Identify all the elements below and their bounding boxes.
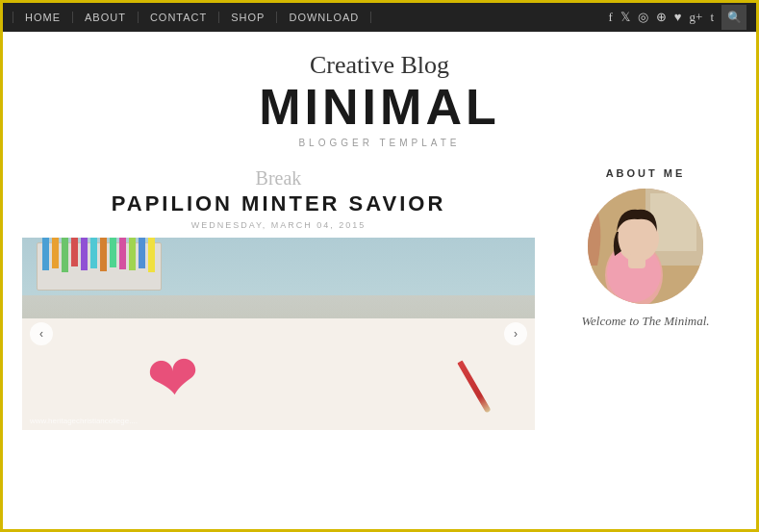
heart-icon[interactable]: ♥ bbox=[674, 10, 682, 25]
nav-download[interactable]: DOWNLOAD bbox=[277, 12, 371, 23]
blog-column: Break PAPILION MINTER SAVIOR WEDNESDAY, … bbox=[22, 167, 535, 430]
heart-art: ❤ bbox=[144, 346, 201, 413]
search-button[interactable]: 🔍 bbox=[721, 5, 746, 30]
site-header: Creative Blog MINIMAL BLOGGER TEMPLATE bbox=[3, 32, 756, 158]
post-break-label: Break bbox=[22, 167, 535, 190]
sidebar: ABOUT ME bbox=[554, 167, 737, 430]
googleplus-icon[interactable]: g+ bbox=[690, 10, 703, 25]
site-title: MINIMAL bbox=[3, 82, 756, 132]
nav-shop[interactable]: SHOP bbox=[219, 12, 277, 23]
nav-links: HOME ABOUT CONTACT SHOP DOWNLOAD bbox=[13, 12, 371, 23]
nav-home[interactable]: HOME bbox=[13, 12, 73, 23]
tumblr-icon[interactable]: t bbox=[710, 10, 714, 25]
slider-next-button[interactable]: › bbox=[504, 322, 527, 345]
navigation: HOME ABOUT CONTACT SHOP DOWNLOAD f 𝕏 ◎ ⊕… bbox=[3, 3, 756, 32]
slider-image: ❤ www.heritagechristiancollege.... bbox=[22, 238, 535, 430]
slider-prev-button[interactable]: ‹ bbox=[30, 322, 53, 345]
avatar bbox=[588, 189, 703, 304]
sidebar-welcome-text: Welcome to The Minimal. bbox=[554, 314, 737, 329]
paper bbox=[22, 318, 535, 430]
site-subtitle: Creative Blog bbox=[3, 51, 756, 80]
svg-rect-6 bbox=[628, 254, 645, 268]
about-me-title: ABOUT ME bbox=[554, 167, 737, 179]
pinterest-icon[interactable]: ⊕ bbox=[656, 10, 667, 25]
post-date: WEDNESDAY, MARCH 04, 2015 bbox=[22, 220, 535, 230]
post-title: PAPILION MINTER SAVIOR bbox=[22, 191, 535, 216]
facebook-icon[interactable]: f bbox=[608, 10, 612, 25]
site-tagline: BLOGGER TEMPLATE bbox=[3, 138, 756, 148]
nav-contact[interactable]: CONTACT bbox=[139, 12, 219, 23]
social-icons: f 𝕏 ◎ ⊕ ♥ g+ t 🔍 bbox=[608, 5, 746, 30]
instagram-icon[interactable]: ◎ bbox=[638, 10, 648, 25]
image-slider: ❤ www.heritagechristiancollege.... ‹ › bbox=[22, 238, 535, 430]
main-content: Break PAPILION MINTER SAVIOR WEDNESDAY, … bbox=[3, 158, 756, 430]
twitter-icon[interactable]: 𝕏 bbox=[620, 10, 630, 25]
crayon-box bbox=[37, 242, 162, 291]
avatar-image bbox=[588, 189, 703, 304]
watermark: www.heritagechristiancollege.... bbox=[30, 417, 138, 425]
nav-about[interactable]: ABOUT bbox=[73, 12, 139, 23]
